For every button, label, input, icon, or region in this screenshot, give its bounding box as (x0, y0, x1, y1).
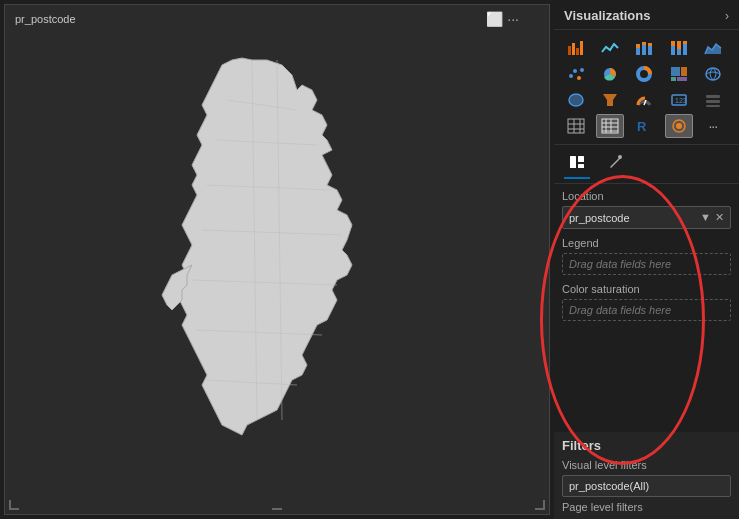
visualizations-header: Visualizations › (554, 0, 739, 30)
svg-point-54 (618, 155, 622, 159)
svg-rect-4 (636, 48, 640, 55)
svg-point-17 (569, 74, 573, 78)
viz-icon-treemap[interactable] (665, 62, 693, 86)
resize-handle-br[interactable] (535, 500, 545, 510)
viz-icon-gauge[interactable] (630, 88, 658, 112)
viz-icon-r-visual[interactable]: R (630, 114, 658, 138)
svg-rect-51 (570, 156, 576, 168)
svg-rect-6 (642, 45, 646, 55)
svg-rect-5 (636, 44, 640, 48)
svg-rect-0 (568, 46, 571, 55)
legend-drop-zone[interactable]: Drag data fields here (562, 253, 731, 275)
svg-rect-13 (677, 41, 681, 49)
field-remove-icon[interactable]: ✕ (715, 211, 724, 224)
legend-label: Legend (562, 237, 731, 249)
filters-section: Filters Visual level filters pr_postcode… (554, 432, 739, 519)
viz-icon-filled-map[interactable] (562, 88, 590, 112)
svg-rect-11 (671, 41, 675, 46)
svg-rect-23 (671, 67, 680, 76)
svg-rect-1 (572, 43, 575, 55)
svg-rect-26 (677, 77, 687, 81)
svg-rect-9 (648, 43, 652, 46)
viz-icon-scatter[interactable] (562, 62, 590, 86)
map-field-label: pr_postcode (15, 13, 76, 25)
svg-rect-8 (648, 46, 652, 55)
viz-icon-pie[interactable] (596, 62, 624, 86)
svg-point-20 (580, 68, 584, 72)
svg-text:123: 123 (675, 97, 687, 104)
svg-rect-52 (578, 156, 584, 162)
color-saturation-label: Color saturation (562, 283, 731, 295)
tab-fields[interactable] (564, 151, 590, 179)
viz-icon-area[interactable] (699, 36, 727, 60)
viz-icon-custom-selected[interactable] (665, 114, 693, 138)
viz-icon-line[interactable] (596, 36, 624, 60)
filters-title: Filters (562, 438, 731, 453)
svg-marker-30 (603, 94, 617, 106)
right-panel: Visualizations › (554, 0, 739, 519)
viz-icon-stacked-bar[interactable] (630, 36, 658, 60)
viz-icon-card[interactable]: 123 (665, 88, 693, 112)
visual-filter-item[interactable]: pr_postcode(All) (562, 475, 731, 497)
svg-rect-15 (683, 41, 687, 44)
resize-handle-bc[interactable] (272, 500, 282, 510)
svg-point-50 (676, 123, 682, 129)
svg-rect-25 (671, 77, 676, 81)
tab-format[interactable] (602, 151, 628, 179)
visual-level-filters-label: Visual level filters (562, 459, 731, 471)
svg-rect-34 (706, 95, 720, 98)
viz-icon-more[interactable]: ··· (699, 114, 727, 138)
svg-rect-37 (568, 119, 584, 133)
viz-icons-grid: 123 R ··· (554, 30, 739, 145)
color-saturation-group: Color saturation Drag data fields here (562, 283, 731, 321)
svg-rect-53 (578, 164, 584, 168)
location-group: Location pr_postcode ▼ ✕ (562, 190, 731, 229)
page-level-filters-label: Page level filters (562, 501, 731, 513)
viz-icon-bar[interactable] (562, 36, 590, 60)
viz-icon-100-stacked[interactable] (665, 36, 693, 60)
svg-point-27 (706, 68, 720, 80)
map-panel: pr_postcode ⬜ ··· (4, 4, 550, 515)
map-container (5, 25, 549, 514)
viz-icon-funnel[interactable] (596, 88, 624, 112)
svg-rect-7 (642, 42, 646, 45)
resize-handle-bl[interactable] (9, 500, 19, 510)
field-dropdown-icon[interactable]: ▼ (700, 211, 711, 224)
viz-icon-slicer[interactable] (699, 88, 727, 112)
svg-rect-35 (706, 100, 720, 103)
viz-icon-table[interactable] (562, 114, 590, 138)
visualizations-title: Visualizations (564, 8, 650, 23)
svg-point-19 (577, 76, 581, 80)
location-value: pr_postcode (569, 212, 630, 224)
svg-point-18 (573, 69, 577, 73)
viz-icon-donut[interactable] (630, 62, 658, 86)
uk-map-svg (67, 40, 487, 500)
svg-rect-36 (706, 105, 720, 107)
svg-text:R: R (637, 119, 647, 134)
fields-section: Location pr_postcode ▼ ✕ Legend Drag dat… (554, 184, 739, 432)
svg-rect-2 (576, 48, 579, 55)
location-actions: ▼ ✕ (700, 211, 724, 224)
location-label: Location (562, 190, 731, 202)
legend-group: Legend Drag data fields here (562, 237, 731, 275)
svg-rect-24 (681, 67, 687, 76)
location-value-box[interactable]: pr_postcode ▼ ✕ (562, 206, 731, 229)
color-saturation-drop-zone[interactable]: Drag data fields here (562, 299, 731, 321)
expand-icon[interactable]: › (725, 9, 729, 23)
svg-rect-3 (580, 41, 583, 55)
viz-icon-matrix[interactable] (596, 114, 624, 138)
viz-icon-map[interactable] (699, 62, 727, 86)
visualization-tabs (554, 145, 739, 184)
